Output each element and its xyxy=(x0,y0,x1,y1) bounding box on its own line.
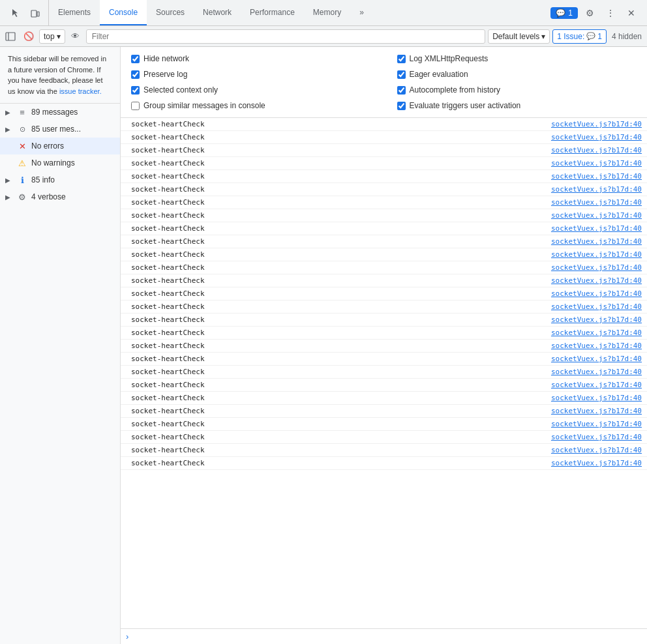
expand-arrow-icon: ▶ xyxy=(5,177,13,184)
issue-tracker-link[interactable]: issue tracker. xyxy=(59,87,102,95)
sidebar-item-warnings[interactable]: ▶ ⚠ No warnings xyxy=(0,154,120,171)
log-source[interactable]: socketVuex.js?b17d:40 xyxy=(551,185,642,194)
issue-badge[interactable]: 1 Issue: 💬 1 xyxy=(552,29,607,44)
hide-network-checkbox[interactable] xyxy=(131,55,140,63)
table-row[interactable]: socket-heartCheck socketVuex.js?b17d:40 xyxy=(121,157,647,170)
chat-icon: 💬 xyxy=(556,8,565,18)
context-dropdown[interactable]: top ▾ xyxy=(39,29,65,44)
table-row[interactable]: socket-heartCheck socketVuex.js?b17d:40 xyxy=(121,144,647,157)
log-message: socket-heartCheck xyxy=(131,329,205,337)
log-source[interactable]: socketVuex.js?b17d:40 xyxy=(551,289,642,298)
sidebar-toggle-icon[interactable] xyxy=(3,29,18,44)
autocomplete-checkbox[interactable] xyxy=(397,86,406,95)
table-row[interactable]: socket-heartCheck socketVuex.js?b17d:40 xyxy=(121,444,647,457)
log-source[interactable]: socketVuex.js?b17d:40 xyxy=(551,133,642,141)
log-source[interactable]: socketVuex.js?b17d:40 xyxy=(551,342,642,350)
table-row[interactable]: socket-heartCheck socketVuex.js?b17d:40 xyxy=(121,261,647,274)
evaluate-triggers-checkbox[interactable] xyxy=(397,102,406,110)
log-footer-arrow-icon[interactable]: › xyxy=(126,632,128,641)
setting-eager-eval: Eager evaluation xyxy=(397,68,637,81)
log-source[interactable]: socketVuex.js?b17d:40 xyxy=(551,315,642,324)
chat-badge[interactable]: 💬 1 xyxy=(550,7,578,19)
table-row[interactable]: socket-heartCheck socketVuex.js?b17d:40 xyxy=(121,353,647,366)
log-source[interactable]: socketVuex.js?b17d:40 xyxy=(551,407,642,415)
log-source[interactable]: socketVuex.js?b17d:40 xyxy=(551,394,642,402)
log-message: socket-heartCheck xyxy=(131,459,205,467)
table-row[interactable]: socket-heartCheck socketVuex.js?b17d:40 xyxy=(121,300,647,314)
table-row[interactable]: socket-heartCheck socketVuex.js?b17d:40 xyxy=(121,327,647,340)
sidebar-item-errors[interactable]: ▶ ✕ No errors xyxy=(0,138,120,154)
table-row[interactable]: socket-heartCheck socketVuex.js?b17d:40 xyxy=(121,170,647,183)
log-source[interactable]: socketVuex.js?b17d:40 xyxy=(551,198,642,207)
selected-context-checkbox[interactable] xyxy=(131,86,140,95)
more-options-icon[interactable]: ⋮ xyxy=(601,4,620,22)
log-source[interactable]: socketVuex.js?b17d:40 xyxy=(551,420,642,428)
sidebar-item-messages[interactable]: ▶ ≡ 89 messages xyxy=(0,104,120,121)
table-row[interactable]: socket-heartCheck socketVuex.js?b17d:40 xyxy=(121,392,647,405)
table-row[interactable]: socket-heartCheck socketVuex.js?b17d:40 xyxy=(121,196,647,209)
log-message: socket-heartCheck xyxy=(131,289,205,298)
log-source[interactable]: socketVuex.js?b17d:40 xyxy=(551,381,642,389)
table-row[interactable]: socket-heartCheck socketVuex.js?b17d:40 xyxy=(121,340,647,353)
table-row[interactable]: socket-heartCheck socketVuex.js?b17d:40 xyxy=(121,431,647,444)
log-message: socket-heartCheck xyxy=(131,315,205,324)
sidebar-item-verbose[interactable]: ▶ ⚙ 4 verbose xyxy=(0,188,120,205)
log-source[interactable]: socketVuex.js?b17d:40 xyxy=(551,211,642,220)
tab-sources[interactable]: Sources xyxy=(147,0,194,25)
table-row[interactable]: socket-heartCheck socketVuex.js?b17d:40 xyxy=(121,457,647,470)
tab-more[interactable]: » xyxy=(350,0,373,25)
table-row[interactable]: socket-heartCheck socketVuex.js?b17d:40 xyxy=(121,379,647,392)
levels-dropdown[interactable]: Default levels ▾ xyxy=(488,29,550,44)
tab-performance[interactable]: Performance xyxy=(241,0,304,25)
log-source[interactable]: socketVuex.js?b17d:40 xyxy=(551,355,642,363)
console-toolbar: 🚫 top ▾ 👁 Default levels ▾ 1 Issue: 💬 1 … xyxy=(0,26,647,47)
log-source[interactable]: socketVuex.js?b17d:40 xyxy=(551,433,642,441)
filter-input[interactable] xyxy=(86,29,486,44)
table-row[interactable]: socket-heartCheck socketVuex.js?b17d:40 xyxy=(121,287,647,300)
log-source[interactable]: socketVuex.js?b17d:40 xyxy=(551,120,642,128)
table-row[interactable]: socket-heartCheck socketVuex.js?b17d:40 xyxy=(121,209,647,222)
cursor-icon[interactable] xyxy=(7,4,25,22)
log-source[interactable]: socketVuex.js?b17d:40 xyxy=(551,172,642,181)
table-row[interactable]: socket-heartCheck socketVuex.js?b17d:40 xyxy=(121,366,647,379)
log-source[interactable]: socketVuex.js?b17d:40 xyxy=(551,276,642,285)
eye-icon[interactable]: 👁 xyxy=(68,29,83,44)
eager-eval-checkbox[interactable] xyxy=(397,70,406,79)
group-similar-checkbox[interactable] xyxy=(131,102,140,110)
log-source[interactable]: socketVuex.js?b17d:40 xyxy=(551,459,642,467)
tab-network[interactable]: Network xyxy=(194,0,241,25)
table-row[interactable]: socket-heartCheck socketVuex.js?b17d:40 xyxy=(121,235,647,248)
tab-elements[interactable]: Elements xyxy=(49,0,100,25)
log-message: socket-heartCheck xyxy=(131,276,205,285)
log-source[interactable]: socketVuex.js?b17d:40 xyxy=(551,237,642,246)
table-row[interactable]: socket-heartCheck socketVuex.js?b17d:40 xyxy=(121,183,647,196)
sidebar-item-info[interactable]: ▶ ℹ 85 info xyxy=(0,171,120,188)
preserve-log-checkbox[interactable] xyxy=(131,70,140,79)
log-source[interactable]: socketVuex.js?b17d:40 xyxy=(551,302,642,311)
chat-icon-small: 💬 xyxy=(586,32,595,40)
table-row[interactable]: socket-heartCheck socketVuex.js?b17d:40 xyxy=(121,314,647,327)
log-source[interactable]: socketVuex.js?b17d:40 xyxy=(551,250,642,259)
close-devtools-icon[interactable]: ✕ xyxy=(622,4,640,22)
log-source[interactable]: socketVuex.js?b17d:40 xyxy=(551,446,642,454)
table-row[interactable]: socket-heartCheck socketVuex.js?b17d:40 xyxy=(121,418,647,431)
log-source[interactable]: socketVuex.js?b17d:40 xyxy=(551,146,642,154)
log-xmlhttp-checkbox[interactable] xyxy=(397,55,406,63)
table-row[interactable]: socket-heartCheck socketVuex.js?b17d:40 xyxy=(121,248,647,261)
clear-console-icon[interactable]: 🚫 xyxy=(21,29,37,44)
table-row[interactable]: socket-heartCheck socketVuex.js?b17d:40 xyxy=(121,222,647,235)
table-row[interactable]: socket-heartCheck socketVuex.js?b17d:40 xyxy=(121,131,647,144)
log-source[interactable]: socketVuex.js?b17d:40 xyxy=(551,368,642,376)
log-source[interactable]: socketVuex.js?b17d:40 xyxy=(551,329,642,337)
table-row[interactable]: socket-heartCheck socketVuex.js?b17d:40 xyxy=(121,118,647,131)
tab-console[interactable]: Console xyxy=(100,0,147,25)
tab-memory[interactable]: Memory xyxy=(304,0,350,25)
sidebar-item-user-messages[interactable]: ▶ ⊙ 85 user mes... xyxy=(0,121,120,138)
log-source[interactable]: socketVuex.js?b17d:40 xyxy=(551,224,642,233)
device-icon[interactable] xyxy=(26,4,44,22)
log-source[interactable]: socketVuex.js?b17d:40 xyxy=(551,263,642,272)
table-row[interactable]: socket-heartCheck socketVuex.js?b17d:40 xyxy=(121,274,647,287)
settings-icon[interactable]: ⚙ xyxy=(580,4,599,22)
table-row[interactable]: socket-heartCheck socketVuex.js?b17d:40 xyxy=(121,405,647,418)
log-source[interactable]: socketVuex.js?b17d:40 xyxy=(551,159,642,168)
